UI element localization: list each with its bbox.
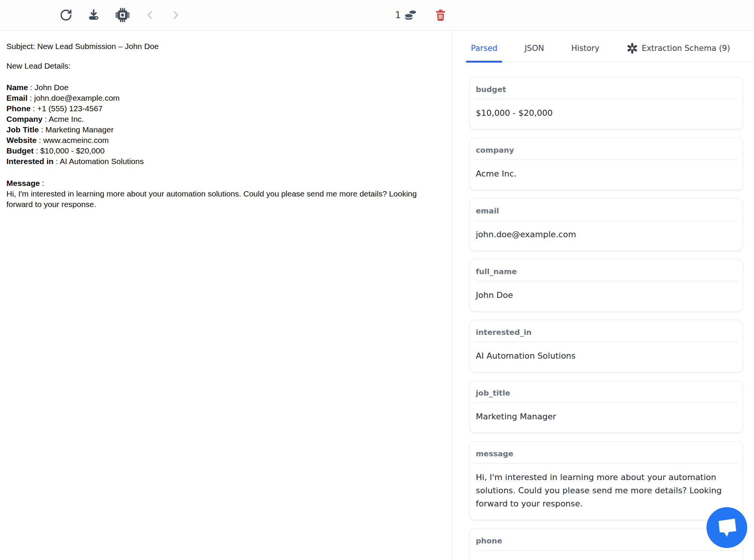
parsed-field-value: Acme Inc. — [470, 160, 743, 190]
email-field-line: Budget : $10,000 - $20,000 — [6, 146, 426, 156]
toolbar-left-group — [60, 0, 181, 30]
credits-count: 1 — [395, 10, 401, 20]
parsed-field-card: job_title Marketing Manager — [469, 380, 743, 433]
parsed-field-value: $10,000 - $20,000 — [470, 99, 743, 129]
chat-bubble-icon — [706, 507, 747, 548]
coins-icon — [403, 7, 418, 23]
toolbar: 1 — [0, 0, 754, 31]
tab-extraction-schema[interactable]: Extraction Schema (9) — [622, 43, 735, 62]
email-field-list: Name : John Doe Email : john.doe@example… — [6, 82, 426, 167]
email-preview-pane: Subject: New Lead Submission – John Doe … — [0, 31, 452, 560]
parsed-field-card: interested_in AI Automation Solutions — [469, 320, 743, 372]
email-message-label: Message : — [6, 178, 426, 189]
cpu-chip-icon — [115, 8, 130, 23]
email-field-line: Company : Acme Inc. — [6, 114, 426, 124]
email-field-line: Website : www.acmeinc.com — [6, 135, 426, 146]
chat-launcher-button[interactable] — [706, 507, 747, 548]
parsed-results-pane: Parsed JSON History Extraction Schema (9… — [452, 31, 754, 560]
parsed-field-card: phone +1 (555) 123-4567 — [469, 528, 743, 560]
delete-button[interactable] — [434, 8, 447, 22]
tab-json[interactable]: JSON — [520, 43, 549, 62]
chevron-right-icon — [170, 9, 181, 21]
parsed-field-name: budget — [470, 77, 743, 99]
tab-history[interactable]: History — [566, 43, 604, 62]
parsed-field-name: interested_in — [470, 320, 743, 342]
openai-logo-icon — [627, 43, 638, 54]
email-field-line: Name : John Doe — [6, 82, 426, 93]
parse-cpu-button[interactable] — [115, 8, 130, 23]
credits-indicator: 1 — [395, 7, 418, 23]
email-message-body: Hi, I'm interested in learning more abou… — [6, 189, 426, 210]
parsed-field-cards: budget $10,000 - $20,000 company Acme In… — [452, 62, 754, 560]
parsed-field-value: john.doe@example.com — [470, 221, 743, 250]
parsed-field-value: +1 (555) 123-4567 — [470, 551, 743, 560]
parsed-field-value: Marketing Manager — [470, 403, 743, 433]
refresh-button[interactable] — [60, 9, 72, 21]
parsed-field-value: Hi, I'm interested in learning more abou… — [470, 463, 743, 520]
email-subject: Subject: New Lead Submission – John Doe — [6, 41, 426, 52]
parsed-field-value: AI Automation Solutions — [470, 342, 743, 372]
parsed-field-name: message — [470, 442, 743, 463]
email-field-line: Interested in : AI Automation Solutions — [6, 156, 426, 167]
parsed-field-name: full_name — [470, 259, 743, 281]
parsed-field-card: message Hi, I'm interested in learning m… — [469, 441, 743, 520]
email-intro: New Lead Details: — [6, 61, 426, 71]
email-field-line: Email : john.doe@example.com — [6, 93, 426, 103]
download-icon — [87, 8, 101, 22]
parsed-field-card: full_name John Doe — [469, 259, 743, 311]
tab-bar: Parsed JSON History Extraction Schema (9… — [466, 31, 754, 62]
refresh-icon — [60, 9, 72, 21]
email-field-line: Job Title : Marketing Manager — [6, 124, 426, 135]
parsed-field-name: email — [470, 199, 743, 220]
tab-parsed[interactable]: Parsed — [466, 43, 502, 62]
parsed-field-name: company — [470, 138, 743, 160]
chevron-left-icon — [144, 9, 156, 21]
email-field-line: Phone : +1 (555) 123-4567 — [6, 103, 426, 114]
previous-button[interactable] — [144, 9, 156, 21]
next-button[interactable] — [170, 9, 181, 21]
main-split: Subject: New Lead Submission – John Doe … — [0, 31, 754, 560]
parsed-field-card: email john.doe@example.com — [469, 198, 743, 251]
trash-icon — [434, 8, 447, 22]
toolbar-right-group: 1 — [395, 0, 447, 30]
parsed-field-name: job_title — [470, 381, 743, 402]
parsed-field-name: phone — [470, 529, 743, 550]
parsed-field-value: John Doe — [470, 281, 743, 311]
download-button[interactable] — [87, 8, 101, 22]
parsed-field-card: company Acme Inc. — [469, 138, 743, 190]
parsed-field-card: budget $10,000 - $20,000 — [469, 77, 743, 129]
